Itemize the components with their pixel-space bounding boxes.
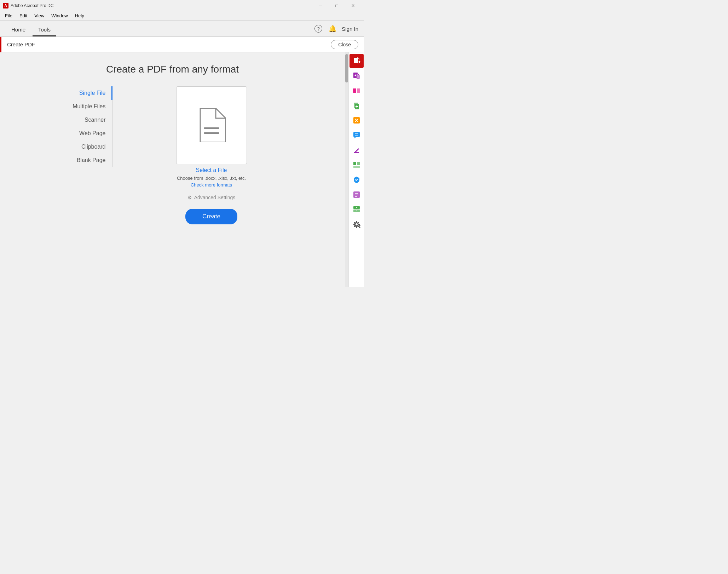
content-body: Single File Multiple Files Scanner Web P…	[49, 86, 296, 224]
nav-multiple-files[interactable]: Multiple Files	[49, 100, 112, 113]
nav-clipboard[interactable]: Clipboard	[49, 140, 112, 154]
svg-point-30	[356, 223, 358, 225]
toolbar-add-pages-button[interactable]	[349, 98, 364, 113]
tool-title: Create PDF	[7, 41, 331, 47]
nav-tabs: Home Tools	[6, 24, 56, 36]
toolbar-signatures-button[interactable]	[349, 188, 364, 202]
app-title: Adobe Acrobat Pro DC	[11, 3, 312, 8]
nav-scanner[interactable]: Scanner	[49, 113, 112, 127]
app-icon: A	[3, 3, 8, 8]
nav-right: ? 🔔 Sign In	[313, 24, 358, 36]
close-tool-button[interactable]: Close	[331, 40, 358, 49]
right-toolbar	[348, 52, 364, 287]
tab-home[interactable]: Home	[6, 24, 31, 36]
help-icon: ?	[314, 25, 322, 33]
svg-line-31	[359, 226, 360, 228]
create-button[interactable]: Create	[185, 209, 237, 224]
scrollbar[interactable]	[345, 52, 348, 287]
main-layout: Create a PDF from any format Single File…	[0, 52, 364, 287]
menu-bar: File Edit View Window Help	[0, 11, 364, 21]
toolbar-organize-button[interactable]	[349, 158, 364, 172]
toolbar-compress-button[interactable]	[349, 113, 364, 127]
maximize-button[interactable]: □	[329, 0, 345, 11]
svg-rect-28	[356, 207, 357, 208]
close-window-button[interactable]: ✕	[345, 0, 361, 11]
side-nav: Single File Multiple Files Scanner Web P…	[49, 86, 112, 167]
menu-help[interactable]: Help	[71, 12, 88, 19]
formats-text: Choose from .docx, .xlsx, .txt, etc.	[177, 176, 246, 181]
upload-area: Select a File Choose from .docx, .xlsx, …	[112, 86, 296, 224]
svg-rect-6	[353, 88, 356, 93]
scrollbar-thumb[interactable]	[345, 54, 348, 82]
check-formats-link[interactable]: Check more formats	[191, 182, 232, 188]
select-file-link[interactable]: Select a File	[196, 167, 227, 173]
bell-icon: 🔔	[329, 25, 336, 33]
toolbar-fill-sign-button[interactable]	[349, 143, 364, 157]
toolbar-file-cabinet-button[interactable]	[349, 202, 364, 217]
svg-rect-22	[353, 191, 360, 198]
file-drop-zone[interactable]	[176, 86, 247, 164]
toolbar-comment-button[interactable]	[349, 128, 364, 142]
gear-icon: ⚙	[187, 195, 192, 200]
svg-rect-20	[357, 162, 360, 165]
advanced-settings-label: Advanced Settings	[194, 195, 236, 200]
notifications-button[interactable]: 🔔	[328, 24, 337, 34]
menu-file[interactable]: File	[1, 12, 16, 19]
title-bar: A Adobe Acrobat Pro DC ─ □ ✕	[0, 0, 364, 11]
menu-view[interactable]: View	[31, 12, 48, 19]
svg-rect-15	[353, 132, 360, 137]
svg-rect-2	[354, 58, 358, 63]
toolbar-protect-button[interactable]	[349, 173, 364, 187]
toolbar-combine-files-button[interactable]	[349, 84, 364, 98]
toolbar-export-pdf-button[interactable]	[349, 69, 364, 83]
advanced-settings-button[interactable]: ⚙ Advanced Settings	[187, 195, 236, 200]
toolbar-create-pdf-button[interactable]	[349, 54, 364, 68]
help-button[interactable]: ?	[313, 24, 323, 34]
content-area: Create a PDF from any format Single File…	[0, 52, 345, 287]
menu-edit[interactable]: Edit	[16, 12, 31, 19]
menu-window[interactable]: Window	[48, 12, 71, 19]
tool-header: Create PDF Close	[0, 37, 364, 52]
svg-rect-19	[353, 162, 356, 165]
page-title: Create a PDF from any format	[106, 64, 239, 75]
file-icon	[197, 108, 226, 142]
nav-blank-page[interactable]: Blank Page	[49, 154, 112, 167]
sign-in-button[interactable]: Sign In	[342, 26, 358, 32]
window-controls: ─ □ ✕	[312, 0, 361, 11]
nav-web-page[interactable]: Web Page	[49, 127, 112, 140]
tab-tools[interactable]: Tools	[33, 24, 56, 36]
minimize-button[interactable]: ─	[312, 0, 329, 11]
svg-rect-21	[353, 166, 360, 168]
svg-rect-29	[356, 211, 357, 211]
nav-bar: Home Tools ? 🔔 Sign In	[0, 21, 364, 37]
toolbar-more-tools-button[interactable]	[349, 217, 364, 231]
nav-single-file[interactable]: Single File	[49, 86, 112, 100]
svg-rect-7	[357, 88, 360, 93]
